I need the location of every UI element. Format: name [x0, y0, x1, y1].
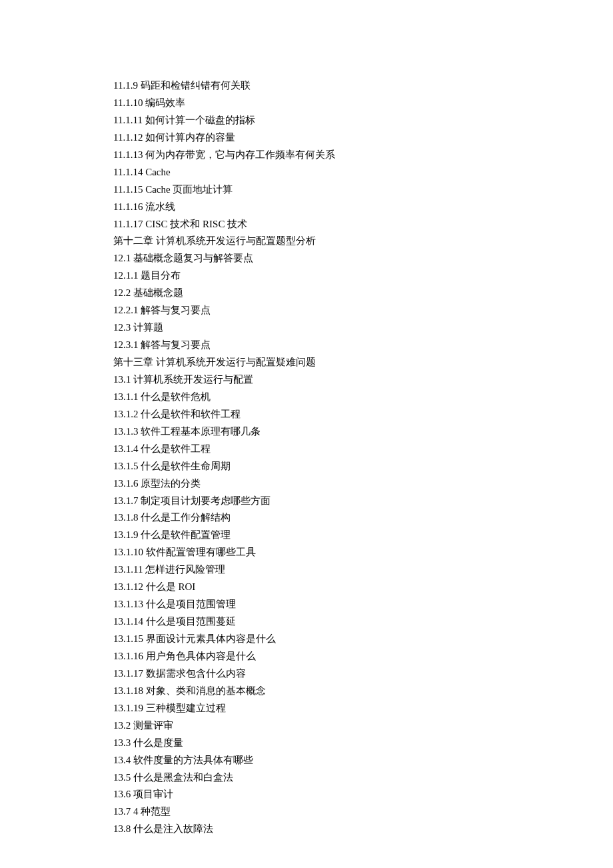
- toc-entry: 11.1.10 编码效率: [113, 95, 613, 112]
- toc-entry: 12.1 基础概念题复习与解答要点: [113, 250, 613, 267]
- toc-entry: 13.7 4 种范型: [113, 803, 613, 821]
- toc-entry: 13.1.5 什么是软件生命周期: [113, 458, 613, 475]
- toc-entry: 13.1.19 三种模型建立过程: [113, 700, 613, 717]
- toc-entry: 13.2 测量评审: [113, 717, 613, 735]
- toc-entry: 12.3 计算题: [113, 319, 613, 337]
- toc-entry: 13.4 软件度量的方法具体有哪些: [113, 752, 613, 769]
- toc-entry: 13.1.9 什么是软件配置管理: [113, 527, 613, 544]
- toc-entry: 12.1.1 题目分布: [113, 267, 613, 285]
- toc-entry: 13.1 计算机系统开发运行与配置: [113, 371, 613, 389]
- toc-entry: 11.1.12 如何计算内存的容量: [113, 129, 613, 147]
- toc-entry: 13.1.6 原型法的分类: [113, 475, 613, 493]
- toc-entry: 13.8 什么是注入故障法: [113, 821, 613, 838]
- toc-entry: 12.2 基础概念题: [113, 285, 613, 302]
- toc-entry: 13.1.16 用户角色具体内容是什么: [113, 648, 613, 665]
- toc-entry: 13.1.2 什么是软件和软件工程: [113, 406, 613, 423]
- toc-entry: 11.1.13 何为内存带宽，它与内存工作频率有何关系: [113, 147, 613, 164]
- toc-entry: 13.1.7 制定项目计划要考虑哪些方面: [113, 493, 613, 510]
- toc-entry: 13.3 什么是度量: [113, 735, 613, 752]
- toc-entry: 第十三章 计算机系统开发运行与配置疑难问题: [113, 354, 613, 371]
- toc-entry: 第十二章 计算机系统开发运行与配置题型分析: [113, 233, 613, 250]
- toc-entry: 11.1.16 流水线: [113, 199, 613, 216]
- toc-entry: 13.1.8 什么是工作分解结构: [113, 509, 613, 527]
- toc-entry: 13.1.12 什么是 ROI: [113, 579, 613, 596]
- toc-entry: 13.1.3 软件工程基本原理有哪几条: [113, 423, 613, 441]
- toc-entry: 13.1.15 界面设计元素具体内容是什么: [113, 631, 613, 648]
- table-of-contents: 11.1.9 码距和检错纠错有何关联 11.1.10 编码效率 11.1.11 …: [113, 77, 613, 838]
- toc-entry: 13.5 什么是黑盒法和白盒法: [113, 769, 613, 787]
- toc-entry: 13.1.4 什么是软件工程: [113, 441, 613, 458]
- toc-entry: 13.1.17 数据需求包含什么内容: [113, 665, 613, 683]
- toc-entry: 12.2.1 解答与复习要点: [113, 302, 613, 319]
- toc-entry: 11.1.11 如何计算一个磁盘的指标: [113, 112, 613, 129]
- toc-entry: 13.1.14 什么是项目范围蔓延: [113, 613, 613, 631]
- toc-entry: 13.6 项目审计: [113, 786, 613, 803]
- toc-entry: 11.1.9 码距和检错纠错有何关联: [113, 77, 613, 95]
- toc-entry: 13.1.13 什么是项目范围管理: [113, 596, 613, 613]
- toc-entry: 13.1.11 怎样进行风险管理: [113, 561, 613, 579]
- toc-entry: 11.1.15 Cache 页面地址计算: [113, 181, 613, 199]
- toc-entry: 13.1.18 对象、类和消息的基本概念: [113, 683, 613, 700]
- toc-entry: 13.1.10 软件配置管理有哪些工具: [113, 544, 613, 561]
- toc-entry: 12.3.1 解答与复习要点: [113, 337, 613, 354]
- toc-entry: 13.1.1 什么是软件危机: [113, 389, 613, 406]
- toc-entry: 11.1.14 Cache: [113, 164, 613, 181]
- toc-entry: 11.1.17 CISC 技术和 RISC 技术: [113, 216, 613, 233]
